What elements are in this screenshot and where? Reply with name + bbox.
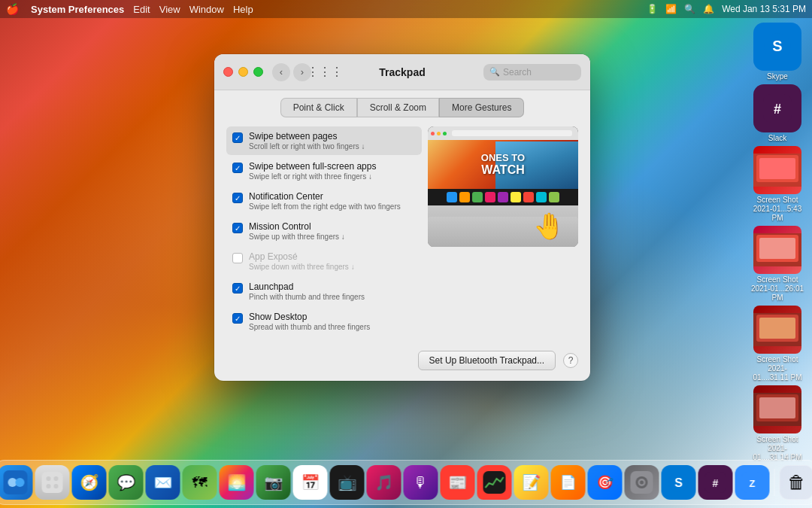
- dock-facetime[interactable]: 📷: [256, 465, 291, 500]
- menubar-app-name[interactable]: System Preferences: [31, 4, 124, 15]
- maps-icon: 🗺: [192, 474, 208, 491]
- svg-point-22: [47, 484, 51, 488]
- screenshot4-label: Screen Shot2021-01....31.14 PM: [750, 435, 804, 462]
- pages-icon: 📄: [560, 474, 577, 491]
- desktop-icons: S Skype # Slack Screen Shot2021-01...5:4…: [750, 23, 804, 462]
- checkbox-swipe-pages[interactable]: ✓: [232, 132, 243, 143]
- tab-more-gestures[interactable]: More Gestures: [439, 98, 524, 117]
- notes-icon: 📝: [522, 473, 541, 491]
- back-button[interactable]: ‹: [272, 63, 290, 81]
- desktop-icon-screenshot3[interactable]: Screen Shot2021-01....31.11 PM: [750, 306, 804, 382]
- svg-rect-9: [759, 238, 795, 259]
- skype-icon: S: [763, 32, 792, 61]
- menubar-window[interactable]: Window: [189, 4, 224, 15]
- search-box[interactable]: 🔍 Search: [483, 64, 581, 81]
- dock-zoom[interactable]: Z: [735, 465, 770, 500]
- desktop-icon-screenshot4[interactable]: Screen Shot2021-01....31.14 PM: [750, 385, 804, 462]
- help-button[interactable]: ?: [563, 353, 578, 368]
- dock-launchpad[interactable]: [35, 465, 70, 500]
- launchpad-title: Launchpad: [249, 281, 365, 292]
- checkbox-app-expose[interactable]: [232, 253, 243, 263]
- app-expose-title: App Exposé: [249, 251, 355, 262]
- mission-control-title: Mission Control: [249, 221, 345, 232]
- dock-calendar[interactable]: 📅: [293, 465, 328, 500]
- grid-view-button[interactable]: ⋮⋮⋮: [316, 63, 334, 81]
- dock-keynote[interactable]: 🎯: [588, 465, 623, 500]
- search-input[interactable]: Search: [503, 67, 575, 78]
- dock-skype[interactable]: S: [662, 465, 696, 500]
- preview-dot-green: [443, 132, 447, 135]
- menubar-search-icon[interactable]: 🔍: [684, 4, 695, 14]
- bluetooth-trackpad-button[interactable]: Set Up Bluetooth Trackpad...: [418, 351, 556, 370]
- screenshot1-icon: [753, 154, 801, 187]
- preview-headline: ONES to WATCH: [481, 153, 525, 177]
- menubar-left: 🍎 System Preferences Edit View Window He…: [6, 3, 253, 15]
- slack-icon: #: [763, 94, 792, 123]
- dock-stocks[interactable]: [477, 465, 512, 500]
- screenshot1-label: Screen Shot2021-01...5:43 PM: [750, 196, 804, 223]
- mission-control-desc: Swipe up with three fingers ↓: [249, 233, 345, 241]
- dock-slack[interactable]: #: [698, 465, 733, 500]
- checkbox-show-desktop[interactable]: ✓: [232, 313, 243, 324]
- svg-text:S: S: [772, 38, 782, 54]
- svg-rect-19: [42, 472, 63, 493]
- menubar-edit[interactable]: Edit: [133, 4, 150, 15]
- desktop-icon-screenshot1[interactable]: Screen Shot2021-01...5:43 PM: [750, 146, 804, 223]
- maximize-button[interactable]: [253, 67, 263, 77]
- zoom-icon: Z: [742, 472, 763, 493]
- menubar-notification-icon: 🔔: [703, 4, 714, 14]
- dock-safari[interactable]: 🧭: [72, 465, 107, 500]
- window-titlebar: ‹ › ⋮⋮⋮ Trackpad 🔍 Search: [214, 54, 590, 90]
- keynote-icon: 🎯: [597, 474, 614, 491]
- menubar-right: 🔋 📶 🔍 🔔 Wed Jan 13 5:31 PM: [647, 4, 806, 14]
- desktop-icon-slack[interactable]: # Slack: [753, 84, 801, 143]
- dock-sysprefs[interactable]: [625, 465, 659, 500]
- setting-app-expose: App Exposé Swipe down with three fingers…: [226, 247, 422, 275]
- trash-icon: 🗑: [788, 472, 806, 493]
- dock-appletv[interactable]: 📺: [330, 465, 365, 500]
- apple-logo-icon[interactable]: 🍎: [6, 3, 19, 15]
- desktop-icon-skype[interactable]: S Skype: [753, 23, 801, 81]
- dock-music[interactable]: 🎵: [367, 465, 401, 500]
- menubar-datetime: Wed Jan 13 5:31 PM: [722, 4, 806, 14]
- dock-news[interactable]: 📰: [441, 465, 475, 500]
- dock-photos[interactable]: 🌅: [220, 465, 254, 500]
- preview-dock-item: [523, 192, 534, 202]
- preview-dot-yellow: [437, 132, 441, 135]
- checkbox-launchpad[interactable]: ✓: [232, 283, 243, 294]
- dock-skype-icon: S: [668, 472, 689, 493]
- launchpad-desc: Pinch with thumb and three fingers: [249, 293, 365, 301]
- svg-point-23: [54, 484, 59, 488]
- dock-trash[interactable]: 🗑: [780, 465, 813, 500]
- close-button[interactable]: [223, 67, 233, 77]
- svg-text:Z: Z: [750, 478, 756, 489]
- dock-pages[interactable]: 📄: [551, 465, 586, 500]
- minimize-button[interactable]: [238, 67, 248, 77]
- dock-notes[interactable]: 📝: [514, 465, 549, 500]
- screenshot3-icon: [753, 313, 801, 346]
- menubar-help[interactable]: Help: [233, 4, 253, 15]
- traffic-lights: [223, 67, 263, 77]
- menubar-view[interactable]: View: [159, 4, 180, 15]
- checkbox-mission-control[interactable]: ✓: [232, 223, 243, 233]
- tab-point-click[interactable]: Point & Click: [280, 98, 357, 117]
- checkbox-swipe-fullscreen[interactable]: ✓: [232, 163, 243, 173]
- setting-show-desktop: ✓ Show Desktop Spread with thumb and thr…: [226, 307, 422, 336]
- dock-messages[interactable]: 💬: [109, 465, 144, 500]
- preview-url-bar: [452, 130, 572, 136]
- dock-finder[interactable]: [0, 465, 33, 500]
- launchpad-icon: [42, 472, 63, 493]
- preview-content: ONES to WATCH: [428, 140, 578, 189]
- hand-on-trackpad: 🤚: [533, 211, 565, 241]
- svg-rect-12: [759, 318, 795, 339]
- checkbox-notification[interactable]: ✓: [232, 193, 243, 203]
- swipe-pages-desc: Scroll left or right with two fingers ↓: [249, 142, 365, 151]
- swipe-pages-title: Swipe between pages: [249, 131, 365, 141]
- dock-podcasts[interactable]: 🎙: [404, 465, 438, 500]
- dock-mail[interactable]: ✉️: [146, 465, 180, 500]
- show-desktop-desc: Spread with thumb and three fingers: [249, 323, 370, 331]
- desktop-icon-screenshot2[interactable]: Screen Shot2021-01...26:01 PM: [750, 226, 804, 303]
- tab-scroll-zoom[interactable]: Scroll & Zoom: [357, 98, 439, 117]
- dock-maps[interactable]: 🗺: [183, 465, 217, 500]
- preview-trackpad-area: 🤚: [428, 205, 578, 247]
